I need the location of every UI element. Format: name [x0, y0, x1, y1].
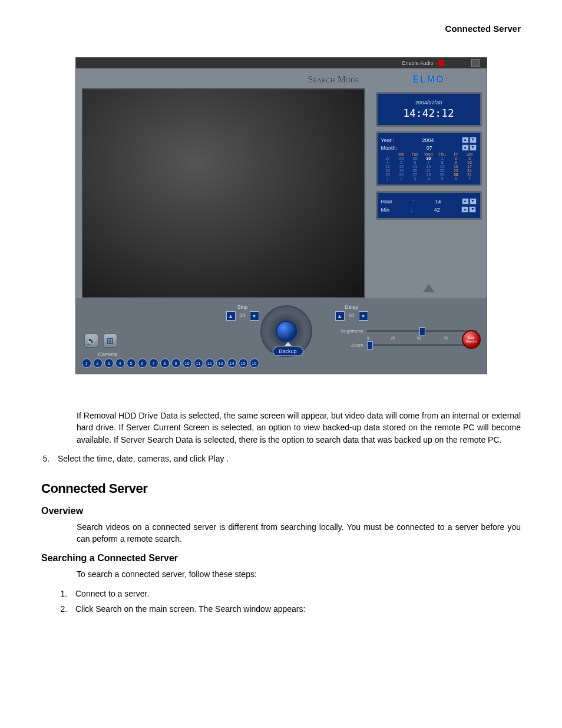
mode-title: Search Mode	[82, 73, 365, 86]
backup-button[interactable]: Backup	[273, 342, 303, 356]
camera-10-button[interactable]: 10	[183, 358, 192, 368]
month-spinner[interactable]: ▲▼	[462, 144, 477, 151]
brand-logo: ELMO	[376, 72, 482, 87]
camera-6-button[interactable]: 6	[138, 358, 147, 368]
screenshot-caption-paragraph: If Removal HDD Drive Data is selected, t…	[77, 410, 521, 446]
clock-date: 2004/07/30	[378, 100, 480, 106]
searching-heading: Searching a Connected Server	[41, 553, 521, 564]
overview-paragraph: Search videos on a connected server is d…	[77, 521, 521, 545]
month-value: 07	[427, 145, 432, 151]
delay-control: Delay ▲ 00 ▼	[335, 304, 368, 321]
camera-9-button[interactable]: 9	[171, 358, 181, 368]
camera-7-button[interactable]: 7	[149, 358, 158, 368]
month-label: Month:	[381, 145, 398, 151]
video-viewport	[82, 88, 365, 298]
camera-12-button[interactable]: 12	[205, 358, 214, 368]
year-spinner[interactable]: ▲▼	[462, 137, 477, 143]
camera-4-button[interactable]: 4	[115, 358, 125, 368]
chevron-up-icon	[285, 342, 292, 346]
hour-value: 14	[435, 199, 441, 205]
grid-layout-icon[interactable]: ⊞	[103, 334, 117, 348]
page-header: Connected Server	[41, 24, 521, 34]
camera-16-button[interactable]: 16	[250, 358, 259, 368]
exit-search-button[interactable]: Exit Search	[462, 330, 481, 349]
search-step-1: Connect to a server.	[70, 589, 521, 598]
hour-spinner[interactable]: ▲▼	[462, 198, 477, 205]
camera-11-button[interactable]: 11	[194, 358, 203, 368]
skip-value: 00	[238, 311, 247, 319]
camera-3-button[interactable]: 3	[104, 358, 114, 368]
backup-label: Backup	[273, 347, 303, 356]
camera-selector-row: 12345678910111213141516	[82, 358, 481, 368]
window-titlebar: Enable Audio	[76, 58, 487, 68]
skip-control: Skip ▲ 00 ▼	[226, 304, 259, 321]
camera-13-button[interactable]: 13	[216, 358, 226, 368]
zoom-ticks: 0255075100	[367, 336, 477, 340]
hour-label: Hour	[381, 199, 393, 205]
section-heading: Connected Server	[41, 481, 521, 496]
expand-up-icon[interactable]	[423, 284, 435, 292]
skip-up-button[interactable]: ▲	[226, 311, 236, 321]
calendar-panel: Year : 2004 ▲▼ Month: 07 ▲▼ MnTueWedThuF…	[376, 131, 482, 186]
brightness-slider[interactable]	[367, 330, 477, 332]
search-step-2: Click Search on the main screen. The Sea…	[70, 604, 521, 614]
camera-15-button[interactable]: 15	[239, 358, 248, 368]
min-label: Min	[381, 207, 390, 213]
window-control-icon[interactable]	[471, 59, 480, 67]
searching-intro: To search a connected server, follow the…	[77, 568, 521, 580]
step-5: Select the time, date, cameras, and clic…	[52, 454, 521, 463]
min-spinner[interactable]: ▲▼	[461, 206, 476, 213]
delay-up-button[interactable]: ▲	[335, 311, 345, 321]
clock-panel: 2004/07/30 14:42:12	[376, 92, 482, 127]
camera-14-button[interactable]: 14	[227, 358, 237, 368]
year-label: Year :	[381, 137, 395, 143]
delay-label: Delay	[335, 304, 368, 310]
search-mode-screenshot: Enable Audio Search Mode ELMO 2004/07/30…	[75, 57, 487, 374]
min-value: 42	[434, 207, 440, 213]
overview-heading: Overview	[41, 506, 521, 516]
calendar-grid[interactable]: MnTueWedThuFrSat272829301234567891011121…	[381, 152, 477, 181]
camera-1-button[interactable]: 1	[82, 358, 91, 368]
camera-8-button[interactable]: 8	[160, 358, 170, 368]
enable-audio-checkbox[interactable]	[438, 60, 444, 66]
enable-audio-label: Enable Audio	[402, 60, 433, 66]
zoom-label: Zoom	[335, 342, 363, 348]
delay-down-button[interactable]: ▼	[359, 311, 368, 321]
year-value: 2004	[422, 137, 434, 143]
clock-time: 14:42:12	[378, 107, 480, 119]
timeline-collapse-area	[376, 225, 482, 296]
delay-value: 00	[347, 311, 356, 319]
camera-2-button[interactable]: 2	[93, 358, 103, 368]
zoom-slider[interactable]	[367, 344, 477, 346]
time-select-panel: Hour : 14 ▲▼ Min : 42 ▲▼	[376, 191, 482, 220]
skip-label: Skip	[226, 304, 259, 310]
camera-5-button[interactable]: 5	[127, 358, 136, 368]
audio-icon[interactable]: 🔊	[84, 334, 98, 348]
skip-down-button[interactable]: ▼	[250, 311, 259, 321]
brightness-label: Brightness	[335, 328, 363, 334]
